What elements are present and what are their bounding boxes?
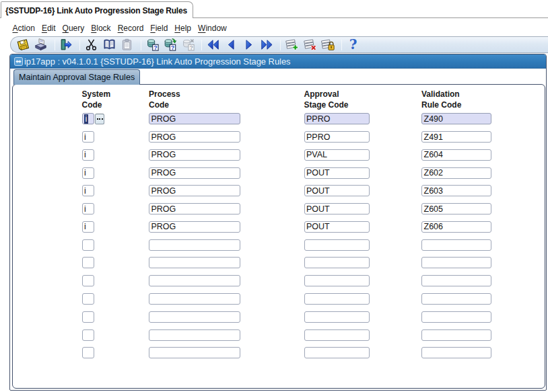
window-tab[interactable]: {SSTUDP-16} Link Auto Progression Stage … [1, 1, 193, 18]
approval-stage-code-field[interactable]: POUT [304, 203, 370, 214]
process-code-field[interactable]: PROG [149, 221, 240, 233]
cancel-query-button[interactable] [180, 38, 195, 52]
process-code-field[interactable] [149, 329, 240, 341]
validation-rule-code-field[interactable] [421, 257, 491, 268]
print-icon [34, 38, 48, 52]
remove-record-button[interactable] [302, 38, 317, 52]
validation-rule-code-field[interactable]: Z602 [421, 167, 491, 179]
system-code-field[interactable]: i [82, 113, 95, 124]
next-record-icon [242, 38, 256, 52]
process-code-field[interactable]: PROG [149, 149, 240, 161]
save-button[interactable] [15, 38, 30, 52]
menu-mnemonic: Q [63, 24, 69, 33]
process-code-field[interactable] [149, 311, 240, 323]
ellipsis-dot [99, 118, 100, 120]
validation-rule-code-field[interactable]: Z491 [421, 131, 491, 143]
validation-rule-code-field[interactable]: Z605 [421, 203, 491, 214]
approval-stage-code-field[interactable] [304, 275, 370, 286]
previous-block-button[interactable] [206, 38, 221, 52]
next-record-button[interactable] [242, 38, 256, 52]
system-code-field[interactable]: i [82, 203, 95, 214]
lov-ellipsis-button[interactable] [95, 114, 104, 125]
lock-record-button[interactable] [320, 38, 335, 52]
help-button[interactable] [345, 38, 360, 52]
validation-rule-code-field[interactable]: Z490 [421, 113, 491, 124]
menu-record[interactable]: Record [114, 21, 147, 36]
system-code-field[interactable] [82, 275, 95, 286]
insert-record-button[interactable] [285, 38, 300, 52]
menu-mnemonic: W [198, 24, 205, 33]
enter-query-button[interactable] [145, 38, 160, 52]
previous-record-button[interactable] [224, 38, 238, 52]
process-code-field[interactable] [149, 293, 240, 305]
menu-block[interactable]: Block [88, 21, 114, 36]
approval-stage-code-field[interactable] [304, 257, 370, 268]
menu-query[interactable]: Query [59, 21, 88, 36]
paste-button[interactable] [120, 38, 135, 52]
process-code-field[interactable] [149, 347, 240, 358]
validation-rule-code-field[interactable] [421, 275, 491, 286]
approval-stage-code-field[interactable] [304, 293, 370, 305]
validation-rule-code-field[interactable]: Z606 [421, 221, 491, 233]
approval-stage-code-field[interactable]: POUT [304, 221, 370, 233]
process-code-field[interactable] [149, 257, 240, 268]
approval-stage-code-field[interactable] [304, 311, 370, 323]
system-code-field[interactable]: i [82, 221, 95, 233]
selected-text: i [84, 114, 88, 124]
toolbar-separator [201, 40, 202, 50]
approval-stage-code-field[interactable]: PVAL [304, 149, 370, 161]
record-row-13 [13, 329, 545, 341]
record-row-12 [13, 311, 545, 323]
system-code-field[interactable] [82, 347, 95, 358]
print-button[interactable] [34, 38, 48, 52]
menu-help[interactable]: Help [171, 21, 195, 36]
approval-stage-code-field[interactable]: PPRO [304, 131, 370, 143]
exit-button[interactable] [59, 38, 73, 52]
process-code-field[interactable] [149, 239, 240, 251]
next-block-button[interactable] [259, 38, 274, 52]
tab-maintain-approval-stage-rules[interactable]: Maintain Approval Stage Rules [13, 69, 140, 85]
process-code-field[interactable]: PROG [149, 185, 240, 196]
system-code-field[interactable] [82, 329, 95, 341]
process-code-field[interactable] [149, 275, 240, 286]
next-block-icon [260, 38, 274, 52]
system-code-field[interactable]: i [82, 131, 95, 143]
system-code-field[interactable] [82, 311, 95, 323]
menu-mnemonic: F [150, 24, 155, 33]
approval-stage-code-field[interactable] [304, 329, 370, 341]
process-code-field[interactable]: PROG [149, 167, 240, 179]
menu-edit[interactable]: Edit [38, 21, 59, 36]
process-code-field[interactable]: PROG [149, 113, 240, 124]
record-row-4: iPROGPOUTZ602 [13, 167, 545, 179]
approval-stage-code-field[interactable]: PPRO [304, 113, 370, 124]
system-code-field[interactable]: i [82, 185, 95, 196]
window-titlebar[interactable]: ip17app : v04.1.0.1 {SSTUDP-16} Link Aut… [10, 54, 546, 69]
validation-rule-code-field[interactable] [421, 311, 491, 323]
validation-rule-code-field[interactable] [421, 239, 491, 251]
system-code-field[interactable] [82, 239, 95, 251]
system-code-field[interactable]: i [82, 167, 95, 179]
copy-button[interactable] [102, 38, 116, 52]
window-tab-title: {SSTUDP-16} Link Auto Progression Stage … [5, 6, 187, 15]
approval-stage-code-field[interactable] [304, 239, 370, 251]
save-icon [16, 38, 30, 52]
system-code-field[interactable] [82, 293, 95, 305]
validation-rule-code-field[interactable]: Z604 [421, 149, 491, 161]
system-code-field[interactable] [82, 257, 95, 268]
validation-rule-code-field[interactable] [421, 347, 491, 358]
window-menu-icon[interactable] [14, 57, 23, 66]
validation-rule-code-field[interactable]: Z603 [421, 185, 491, 196]
process-code-field[interactable]: PROG [149, 131, 240, 143]
cut-button[interactable] [84, 38, 99, 52]
approval-stage-code-field[interactable]: POUT [304, 185, 370, 196]
system-code-field[interactable]: i [82, 149, 95, 161]
execute-query-button[interactable] [163, 38, 178, 52]
approval-stage-code-field[interactable]: POUT [304, 167, 370, 179]
menu-field[interactable]: Field [147, 21, 171, 36]
process-code-field[interactable]: PROG [149, 203, 240, 214]
validation-rule-code-field[interactable] [421, 293, 491, 305]
validation-rule-code-field[interactable] [421, 329, 491, 341]
menu-window[interactable]: Window [195, 21, 230, 36]
menu-action[interactable]: Action [9, 21, 38, 36]
approval-stage-code-field[interactable] [304, 347, 370, 358]
